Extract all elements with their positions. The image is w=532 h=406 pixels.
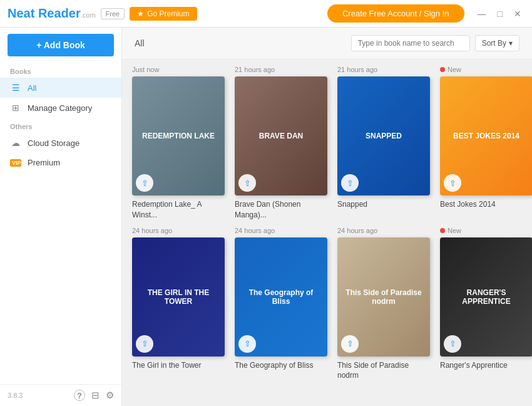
sidebar-item-cloud-storage[interactable]: ☁ Cloud Storage [0,133,121,153]
upload-badge: ⇧ [341,335,359,353]
sidebar-item-all-label: All [28,83,36,93]
sidebar-item-premium[interactable]: VIP Premium [0,153,121,172]
book-cover[interactable]: This Side of Paradise nodrm⇧ [337,237,430,357]
search-input[interactable] [351,35,470,51]
window-controls: — □ ✕ [474,8,524,20]
book-title: Brave Dan (Shonen Manga)... [235,199,327,221]
book-time: New [440,66,532,73]
book-time: 24 hours ago [337,227,430,234]
sidebar-footer: 3.8.3 ? ⊟ ⚙ [0,384,121,406]
book-time: 21 hours ago [235,66,327,73]
go-premium-button[interactable]: ★ Go Premium [130,7,197,21]
maximize-button[interactable]: □ [494,8,506,20]
book-item[interactable]: 24 hours agoTHE GIRL IN THE TOWER⇧The Gi… [132,227,225,382]
all-icon: ☰ [10,83,21,93]
book-row-2: 24 hours agoTHE GIRL IN THE TOWER⇧The Gi… [132,227,522,382]
free-badge: Free [101,8,125,19]
book-title: Redemption Lake_ A Winst... [132,199,225,221]
book-time: Just now [132,66,225,73]
create-account-button[interactable]: Create Free Account / Sign In [327,4,464,23]
upload-badge: ⇧ [136,174,153,192]
book-title: Best Jokes 2014 [440,199,532,210]
content-area: All Sort By ▾ Just nowREDEMPTION LAKE⇧Re… [122,28,532,406]
manage-category-icon: ⊞ [10,103,21,113]
book-time: 21 hours ago [337,66,430,73]
app-title: Neat Reader.com [8,6,96,21]
add-book-button[interactable]: + Add Book [8,34,114,56]
version-text: 3.8.3 [8,392,68,399]
sidebar-item-all[interactable]: ☰ All [0,78,121,98]
books-section-label: Books [0,63,121,78]
book-cover[interactable]: SNAPPED⇧ [337,76,430,195]
book-item[interactable]: 21 hours agoSNAPPED⇧Snapped [337,66,430,221]
title-bar: Neat Reader.com Free ★ Go Premium Create… [0,0,532,28]
book-title: The Geography of Bliss [235,360,327,371]
book-grid: Just nowREDEMPTION LAKE⇧Redemption Lake_… [122,60,532,406]
book-time: 24 hours ago [132,227,225,234]
sidebar-item-cloud-label: Cloud Storage [28,138,79,148]
cloud-icon: ☁ [10,138,21,148]
book-item[interactable]: 21 hours agoBRAVE DAN⇧Brave Dan (Shonen … [235,66,327,221]
help-icon[interactable]: ? [74,390,85,401]
app-name-text: Neat Reader [8,6,81,20]
star-icon: ★ [137,9,144,18]
upload-badge: ⇧ [444,174,461,192]
minimize-button[interactable]: — [474,8,489,20]
book-row-1: Just nowREDEMPTION LAKE⇧Redemption Lake_… [132,66,522,221]
sort-by-button[interactable]: Sort By ▾ [475,35,519,51]
premium-label: Go Premium [147,9,189,18]
settings-icon[interactable]: ⚙ [106,390,114,401]
upload-badge: ⇧ [238,174,256,192]
book-cover[interactable]: THE GIRL IN THE TOWER⇧ [132,237,225,357]
header-controls: Sort By ▾ [351,35,519,51]
chevron-down-icon: ▾ [509,39,513,48]
book-time: New [440,227,532,234]
book-time: 24 hours ago [235,227,327,234]
titlebar-left: Neat Reader.com Free ★ Go Premium [8,6,197,21]
sidebar: + Add Book Books ☰ All ⊞ Manage Category… [0,28,122,406]
book-title: Snapped [337,199,430,210]
content-title: All [135,38,145,48]
others-section-label: Others [0,118,121,133]
upload-badge: ⇧ [444,335,461,353]
book-cover[interactable]: The Geography of Bliss⇧ [235,237,327,357]
sidebar-item-premium-label: Premium [28,158,60,167]
upload-badge: ⇧ [238,335,256,353]
book-cover[interactable]: RANGER'S APPRENTICE⇧ [440,237,532,357]
book-item[interactable]: Just nowREDEMPTION LAKE⇧Redemption Lake_… [132,66,225,221]
sidebar-item-manage-label: Manage Category [28,103,92,113]
book-title: The Girl in the Tower [132,360,225,371]
upload-badge: ⇧ [136,335,153,353]
book-item[interactable]: 24 hours agoThe Geography of Bliss⇧The G… [235,227,327,382]
content-header: All Sort By ▾ [122,28,532,60]
vip-icon: VIP [10,159,21,167]
upload-badge: ⇧ [341,174,359,192]
sidebar-item-manage-category[interactable]: ⊞ Manage Category [0,98,121,118]
book-item[interactable]: 24 hours agoThis Side of Paradise nodrm⇧… [337,227,430,382]
book-cover[interactable]: REDEMPTION LAKE⇧ [132,76,225,195]
new-dot [440,228,445,233]
new-dot [440,67,445,72]
main-layout: + Add Book Books ☰ All ⊞ Manage Category… [0,28,532,406]
devices-icon[interactable]: ⊟ [91,390,100,401]
book-cover[interactable]: BRAVE DAN⇧ [235,76,327,195]
book-title: Ranger's Apprentice [440,360,532,371]
book-title: This Side of Paradise nodrm [337,360,430,382]
book-item[interactable]: NewRANGER'S APPRENTICE⇧Ranger's Apprenti… [440,227,532,382]
book-item[interactable]: NewBEST JOKES 2014⇧Best Jokes 2014 [440,66,532,221]
sort-by-label: Sort By [482,39,506,48]
close-button[interactable]: ✕ [511,8,524,20]
app-com-text: .com [81,11,96,19]
book-cover[interactable]: BEST JOKES 2014⇧ [440,76,532,195]
